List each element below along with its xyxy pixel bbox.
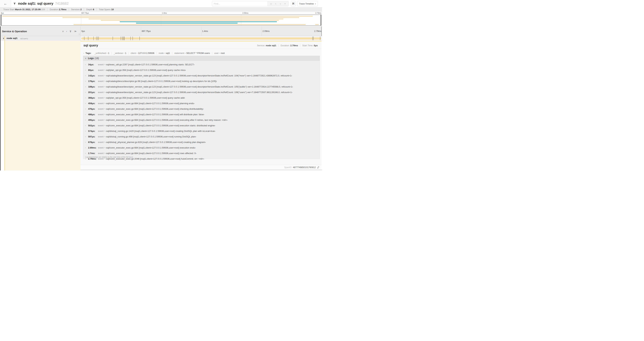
- chevron-right-icon: ›: [85, 63, 88, 66]
- back-button[interactable]: ←: [0, 0, 11, 7]
- locate-icon[interactable]: ◎: [269, 3, 273, 5]
- log-row[interactable]: ›189μs:event=‹sql/catalog/lease/descript…: [83, 84, 320, 89]
- log-field-key: event: [98, 74, 104, 77]
- log-row[interactable]: ›597μs:event=‹sql/distsql_running.go:498…: [83, 134, 320, 139]
- span-detail-meta: Service: node sql1Duration: 2.79msStart …: [255, 44, 320, 47]
- log-row[interactable]: ›459μs:event=‹sql/conn_executor_exec.go:…: [83, 101, 320, 106]
- log-row[interactable]: ›2.7ms:event=‹sql/conn_executor_exec.go:…: [83, 150, 320, 156]
- chevron-right-icon: ›: [85, 113, 88, 115]
- minimap-viewport[interactable]: [1, 15, 321, 26]
- span-row-timeline-cell[interactable]: [80, 36, 322, 41]
- collapse-one-icon[interactable]: ∨: [62, 30, 64, 33]
- log-row[interactable]: ›2.69ms:event=‹sql/conn_executor_exec.go…: [83, 145, 320, 150]
- find-next-icon[interactable]: ∨: [278, 3, 283, 5]
- log-row[interactable]: ›574μs:event=‹sql/distsql_running.go:142…: [83, 128, 320, 134]
- find-input[interactable]: [212, 1, 268, 6]
- tag-item[interactable]: statement=SELECT * FROM users: [172, 52, 212, 54]
- link-icon[interactable]: [317, 166, 320, 169]
- back-arrow-icon: ←: [4, 2, 7, 6]
- service-operation-column-header: Service & Operation ∨ › ≫ ≫ ||: [0, 27, 80, 36]
- span-detail-panel: sql query Service: node sql1Duration: 2.…: [80, 41, 322, 165]
- log-field-key: event: [98, 91, 104, 94]
- log-event-tick: [140, 37, 140, 40]
- keyboard-shortcuts-button[interactable]: ⌘: [291, 1, 296, 6]
- log-field-key: event: [98, 80, 104, 83]
- span-detail-title: sql query: [84, 44, 98, 47]
- log-timestamp: 366μs:: [88, 97, 98, 99]
- expand-one-icon[interactable]: ›: [66, 30, 67, 33]
- tag-item[interactable]: _verbose=1: [112, 52, 129, 54]
- log-field-value: ‹sql/catalog/lease/descriptor_version_st…: [106, 91, 292, 94]
- top-header: ← ∨ node sql1: sql query7418682 ◎ ∧ ∨ ✕ …: [0, 0, 322, 7]
- trace-id: 7418682: [55, 2, 68, 5]
- tag-item[interactable]: _unfinished=1: [92, 52, 112, 54]
- log-timestamp: 80μs:: [88, 69, 98, 71]
- log-event-tick: [130, 37, 131, 40]
- log-row[interactable]: ›486μs:event=‹sql/conn_executor_exec.go:…: [83, 112, 320, 117]
- ruler-tick-label: 0μs: [1, 12, 4, 14]
- find-clear-icon[interactable]: ✕: [283, 3, 288, 5]
- log-event-tick: [124, 37, 124, 40]
- minimap-span-bar: [74, 24, 306, 25]
- bottom-strip: [80, 170, 322, 171]
- chevron-right-icon: ›: [85, 119, 88, 121]
- minimap-span-bar: [136, 23, 238, 24]
- collapse-all-icon[interactable]: ≫: [69, 30, 72, 33]
- span-collapse-icon[interactable]: ∨: [3, 37, 4, 40]
- logs-header[interactable]: ∨ Logs (18): [83, 56, 320, 61]
- log-row[interactable]: ›201μs:event=‹sql/catalog/lease/descript…: [83, 89, 320, 95]
- chevron-right-icon: ›: [85, 124, 88, 127]
- span-detail-header: sql query Service: node sql1Duration: 2.…: [80, 42, 322, 49]
- log-row[interactable]: ›502μs:event=‹sql/conn_executor_exec.go:…: [83, 123, 320, 128]
- span-row-name-cell[interactable]: ∨ node sql1 sql query: [0, 36, 80, 41]
- tag-item[interactable]: client=127.0.0.1:59936: [129, 52, 157, 54]
- log-timestamp: 574μs:: [88, 130, 98, 132]
- log-row[interactable]: ›678μs:event=‹sql/distsql_physical_plann…: [83, 139, 320, 145]
- log-event-tick: [122, 37, 122, 40]
- jaeger-trace-page: ← ∨ node sql1: sql query7418682 ◎ ∧ ∨ ✕ …: [0, 0, 322, 171]
- log-timestamp: 486μs:: [88, 113, 98, 116]
- find-prev-icon[interactable]: ∧: [273, 3, 278, 5]
- span-duration-bar[interactable]: [81, 38, 321, 40]
- chevron-right-icon: ›: [85, 130, 88, 132]
- tag-item[interactable]: node=sql1: [157, 52, 172, 54]
- log-event-tick: [88, 37, 88, 40]
- span-meta-item: Start Time: 0μs: [300, 44, 320, 47]
- log-timestamp: 495μs:: [88, 119, 98, 121]
- log-field-value: ‹sql/conn_executor_exec.go:684 [nsql1,cl…: [106, 152, 196, 155]
- log-field-value: ‹sql/catalog/lease/descriptor_version_st…: [106, 74, 292, 77]
- log-event-tick: [132, 37, 133, 40]
- log-row[interactable]: ›495μs:event=‹sql/conn_executor_exec.go:…: [83, 117, 320, 123]
- log-field-value: ‹sql/catalog/descs/descriptor.go:98 [nsq…: [106, 80, 217, 83]
- minimap-span-bar: [62, 17, 299, 18]
- detail-row-left-column: [0, 41, 80, 171]
- minimap-right-handle[interactable]: [320, 15, 321, 26]
- log-field-value: ‹sql/plan_opt.go:358 [nsql1,client=127.0…: [106, 69, 186, 71]
- chevron-right-icon: ›: [84, 52, 84, 54]
- log-event-tick: [312, 37, 313, 40]
- chevron-right-icon: ›: [85, 141, 88, 143]
- tags-row[interactable]: › Tags: _unfinished=1_verbose=1client=12…: [84, 51, 320, 56]
- column-resize-handle[interactable]: ||: [79, 33, 80, 35]
- log-field-value: ‹sql/catalog/lease/descriptor_version_st…: [106, 85, 293, 88]
- logs-block: ∨ Logs (18) ›34μs:event=‹sql/exec_util.g…: [83, 56, 320, 159]
- minimap-left-handle[interactable]: [1, 15, 2, 26]
- tag-item[interactable]: user=root: [212, 52, 227, 54]
- minimap-span-bar: [315, 24, 319, 25]
- ruler-tick-label: 2.09ms: [262, 30, 270, 33]
- log-row[interactable]: ›80μs:event=‹sql/plan_opt.go:358 [nsql1,…: [83, 67, 320, 73]
- log-row[interactable]: ›142μs:event=‹sql/catalog/lease/descript…: [83, 73, 320, 78]
- log-row[interactable]: ›366μs:event=‹sql/plan_opt.go:358 [nsql1…: [83, 95, 320, 101]
- log-timestamp: 597μs:: [88, 135, 98, 138]
- log-field-value: ‹sql/conn_executor_exec.go:684 [nsql1,cl…: [106, 113, 204, 116]
- minimap-ruler: 0μs697.75μs1.4ms2.09ms2.79ms: [0, 12, 322, 14]
- log-row[interactable]: ›176μs:event=‹sql/catalog/descs/descript…: [83, 78, 320, 84]
- log-row[interactable]: ›476μs:event=‹sql/conn_executor_exec.go:…: [83, 106, 320, 112]
- expand-all-icon[interactable]: ≫: [74, 30, 76, 33]
- log-field-key: event: [98, 102, 104, 105]
- trace-view-dropdown[interactable]: Trace Timeline ∨: [297, 1, 318, 6]
- ruler-tick-label: 2.79ms: [316, 12, 321, 14]
- log-row[interactable]: ›34μs:event=‹sql/exec_util.go:2297 [nsql…: [83, 62, 320, 67]
- trace-collapse-icon[interactable]: ∨: [14, 2, 16, 5]
- ruler-tick-label: 697.75μs: [142, 30, 151, 33]
